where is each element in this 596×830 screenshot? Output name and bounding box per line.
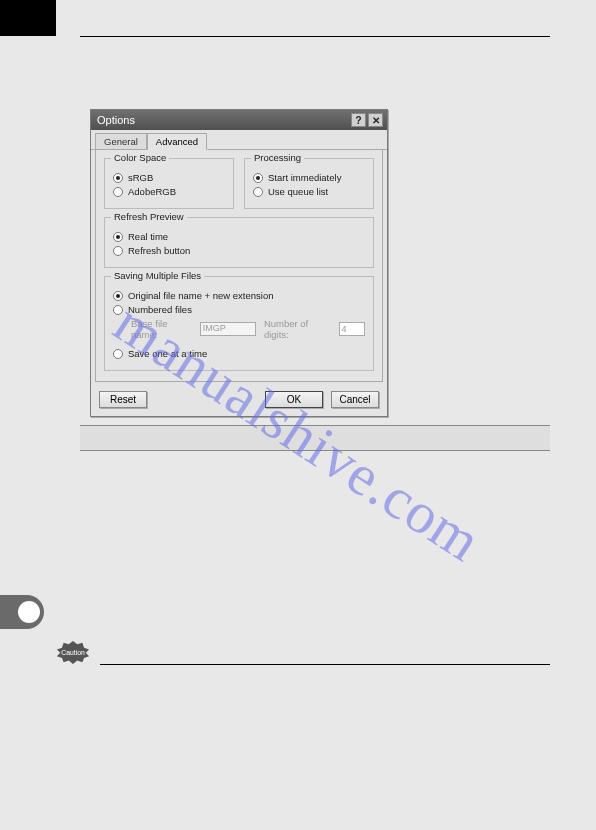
group-processing: Processing Start immediately Use queue l… [244,158,374,209]
tab-strip: General Advanced [91,130,387,150]
dialog-button-row: Reset OK Cancel [91,386,387,416]
tab-general[interactable]: General [95,133,147,149]
svg-text:Caution: Caution [61,649,85,656]
radio-refresh-button[interactable]: Refresh button [113,245,365,256]
ok-button[interactable]: OK [265,391,323,408]
radio-numbered[interactable]: Numbered files [113,304,365,315]
legend-refresh: Refresh Preview [111,211,187,222]
radio-label: Original file name + new extension [128,290,273,301]
radio-label: Save one at a time [128,348,207,359]
radio-icon [113,291,123,301]
radio-label: sRGB [128,172,153,183]
radio-start-immediately[interactable]: Start immediately [253,172,365,183]
radio-label: Use queue list [268,186,328,197]
memo-band [80,425,550,451]
radio-label: Real time [128,231,168,242]
dialog-titlebar[interactable]: Options ? ✕ [91,110,387,130]
legend-color-space: Color Space [111,152,169,163]
page-thumb-circle [18,601,40,623]
radio-use-queue[interactable]: Use queue list [253,186,365,197]
legend-processing: Processing [251,152,304,163]
cancel-button[interactable]: Cancel [331,391,379,408]
lower-rule [100,664,550,665]
radio-save-one[interactable]: Save one at a time [113,348,365,359]
radio-icon [113,173,123,183]
radio-adobergb[interactable]: AdobeRGB [113,186,225,197]
dialog-title: Options [97,114,135,126]
base-name-field[interactable]: IMGP [200,322,256,336]
radio-icon [113,305,123,315]
radio-icon [253,173,263,183]
radio-label: AdobeRGB [128,186,176,197]
digits-label: Number of digits: [264,318,331,340]
radio-label: Start immediately [268,172,341,183]
radio-label: Numbered files [128,304,192,315]
corner-tab [0,0,56,36]
page-thumb-tab [0,595,44,629]
radio-srgb[interactable]: sRGB [113,172,225,183]
radio-icon [253,187,263,197]
radio-real-time[interactable]: Real time [113,231,365,242]
top-rule [80,36,550,37]
tab-advanced[interactable]: Advanced [147,133,207,150]
radio-icon [113,232,123,242]
radio-original-name[interactable]: Original file name + new extension [113,290,365,301]
radio-icon [113,246,123,256]
group-refresh-preview: Refresh Preview Real time Refresh button [104,217,374,268]
group-saving: Saving Multiple Files Original file name… [104,276,374,371]
close-button[interactable]: ✕ [368,113,383,127]
tab-panel-advanced: Color Space sRGB AdobeRGB Processing Sta… [95,149,383,382]
help-button[interactable]: ? [351,113,366,127]
radio-icon [113,187,123,197]
reset-button[interactable]: Reset [99,391,147,408]
legend-saving: Saving Multiple Files [111,270,204,281]
base-name-label: Base file name: [131,318,192,340]
radio-label: Refresh button [128,245,190,256]
digits-stepper[interactable]: 4 [339,322,365,336]
radio-icon [113,349,123,359]
caution-icon: Caution [56,640,90,664]
page-body [80,36,550,37]
numbered-subrow: Base file name: IMGP Number of digits: 4 [131,318,365,340]
options-dialog: Options ? ✕ General Advanced Color Space… [90,109,388,417]
group-color-space: Color Space sRGB AdobeRGB [104,158,234,209]
